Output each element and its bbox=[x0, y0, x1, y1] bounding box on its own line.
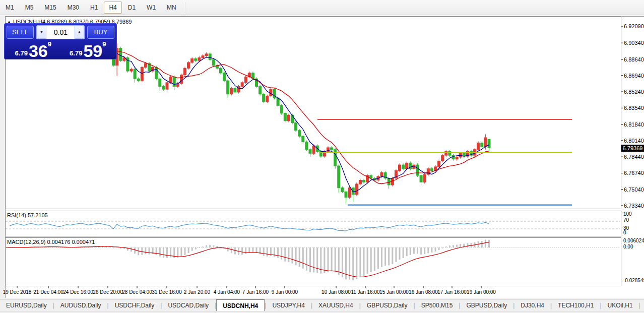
price-axis-label: 6.78440 bbox=[624, 154, 644, 160]
macd-label: MACD(12,26,9) 0.004176 0.000471 bbox=[7, 239, 95, 245]
tab-usdcad-daily[interactable]: USDCAD,Daily bbox=[162, 299, 215, 311]
timeframe-button-h1[interactable]: H1 bbox=[85, 2, 103, 14]
buy-button[interactable]: BUY bbox=[87, 26, 114, 39]
tab-audusd-daily[interactable]: AUDUSD,Daily bbox=[54, 299, 107, 311]
sell-button[interactable]: SELL bbox=[7, 26, 34, 39]
time-axis-label: 19 Jan 00:00 bbox=[467, 289, 496, 295]
chart-tab-bar: EURUSD,Daily|AUDUSD,Daily|USDCHF,Daily|U… bbox=[0, 299, 644, 311]
one-click-trade-widget: SELL ▼ 0.01 ▲ BUY 6.79 36 9 6.79 59 9 bbox=[4, 23, 117, 59]
sell-price-prefix: 6.79 bbox=[15, 49, 28, 57]
price-axis-label: 6.75040 bbox=[624, 186, 644, 193]
price-axis-label: 6.90340 bbox=[624, 40, 644, 46]
price-axis-label: 6.76740 bbox=[624, 170, 644, 176]
macd-scale-label: -0.028549 bbox=[623, 278, 644, 283]
tab-ukoil-h1[interactable]: UKOil,H1 bbox=[602, 299, 639, 311]
tab-usdjpy-h4[interactable]: USDJPY,H4 bbox=[266, 299, 310, 311]
volume-stepper: ▼ 0.01 ▲ bbox=[36, 25, 85, 39]
time-axis-label: 15 Jan 00:00 bbox=[379, 289, 409, 295]
time-axis-label: 24 Dec 16:00 bbox=[63, 289, 93, 295]
sell-price-display[interactable]: 6.79 36 9 bbox=[7, 40, 60, 59]
volume-decrease-icon[interactable]: ▼ bbox=[37, 26, 46, 39]
buy-price-sup: 9 bbox=[102, 40, 106, 48]
price-axis-label: 6.83540 bbox=[624, 105, 644, 111]
volume-input[interactable]: 0.01 bbox=[46, 28, 75, 36]
tab-gbpusd-daily[interactable]: GBPUSD,Daily bbox=[460, 299, 513, 311]
tab-sp500-m15[interactable]: SP500,M15 bbox=[415, 299, 459, 311]
volume-increase-icon[interactable]: ▲ bbox=[75, 26, 84, 39]
buy-price-display[interactable]: 6.79 59 9 bbox=[61, 40, 115, 59]
tab-eurusd-daily[interactable]: EURUSD,Daily bbox=[0, 299, 53, 311]
timeframe-button-m15[interactable]: M15 bbox=[39, 2, 61, 14]
price-axis-label: 6.92090 bbox=[624, 23, 644, 29]
price-axis-label: 6.88640 bbox=[624, 56, 644, 62]
tab-xauusd-h4[interactable]: XAUUSD,H4 bbox=[312, 299, 359, 311]
rsi-label: RSI(14) 57.2105 bbox=[7, 212, 48, 218]
tab-u[interactable]: U bbox=[640, 299, 644, 311]
time-axis-label: 16 Jan 08:00 bbox=[409, 289, 438, 295]
time-axis-label: 26 Dec 20:00 bbox=[93, 289, 123, 295]
toolbar-separator bbox=[185, 2, 185, 13]
time-axis-label: 4 Jan 04:00 bbox=[214, 289, 240, 295]
current-price-badge: 6.79369 bbox=[621, 145, 644, 152]
time-axis-label: 11 Jan 16:00 bbox=[351, 289, 379, 295]
price-axis-label: 6.81840 bbox=[624, 121, 644, 128]
timeframe-toolbar: M1M5M15M30H1H4D1W1MN bbox=[0, 0, 644, 15]
rsi-scale-label: 70 bbox=[623, 217, 629, 223]
tab-usdchf-daily[interactable]: USDCHF,Daily bbox=[109, 299, 161, 311]
price-axis-label: 6.86940 bbox=[624, 73, 644, 79]
timeframe-button-w1[interactable]: W1 bbox=[142, 2, 161, 14]
sell-price-big: 36 bbox=[29, 43, 48, 58]
time-axis-label: 7 Jan 16:00 bbox=[242, 289, 269, 295]
price-axis-label: 6.73340 bbox=[624, 203, 644, 209]
sell-price-sup: 9 bbox=[48, 40, 51, 48]
timeframe-button-m5[interactable]: M5 bbox=[20, 2, 39, 14]
timeframe-button-mn[interactable]: MN bbox=[162, 2, 181, 14]
tab-usdcnh-h4[interactable]: USDCNH,H4 bbox=[216, 299, 265, 311]
buy-price-prefix: 6.79 bbox=[70, 49, 82, 57]
timeframe-button-h4[interactable]: H4 bbox=[104, 2, 121, 14]
time-axis-label: 21 Dec 04:00 bbox=[33, 289, 63, 295]
tab-gbpusd-daily[interactable]: GBPUSD,Daily bbox=[361, 299, 414, 311]
rsi-scale-label: 100 bbox=[623, 211, 632, 217]
time-axis-label: 10 Jan 08:00 bbox=[321, 289, 351, 295]
buy-price-big: 59 bbox=[83, 43, 102, 58]
timeframe-button-m30[interactable]: M30 bbox=[62, 2, 84, 14]
time-axis-label: 9 Jan 00:00 bbox=[272, 289, 298, 295]
macd-scale-label: 0.006024 bbox=[623, 238, 644, 243]
timeframe-button-d1[interactable]: D1 bbox=[123, 2, 141, 14]
time-axis-label: 19 Dec 2018 bbox=[3, 289, 32, 295]
timeframe-button-m1[interactable]: M1 bbox=[1, 2, 19, 14]
time-axis-label: 28 Dec 04:00 bbox=[122, 289, 152, 295]
rsi-scale-label: 0 bbox=[623, 230, 626, 235]
time-axis-label: 31 Dec 16:00 bbox=[152, 289, 182, 295]
time-axis-label: 2 Jan 20:00 bbox=[184, 289, 210, 295]
price-axis-label: 6.80140 bbox=[624, 138, 644, 144]
time-axis-label: 17 Jan 16:00 bbox=[437, 289, 467, 295]
tab-tech100-h1[interactable]: TECH100,H1 bbox=[552, 299, 600, 311]
macd-scale-label: 0.00 bbox=[623, 244, 633, 249]
bottom-strip bbox=[0, 311, 644, 313]
tab-dj30-h4[interactable]: DJ30,H4 bbox=[514, 299, 550, 311]
price-axis-label: 6.85240 bbox=[624, 89, 644, 95]
